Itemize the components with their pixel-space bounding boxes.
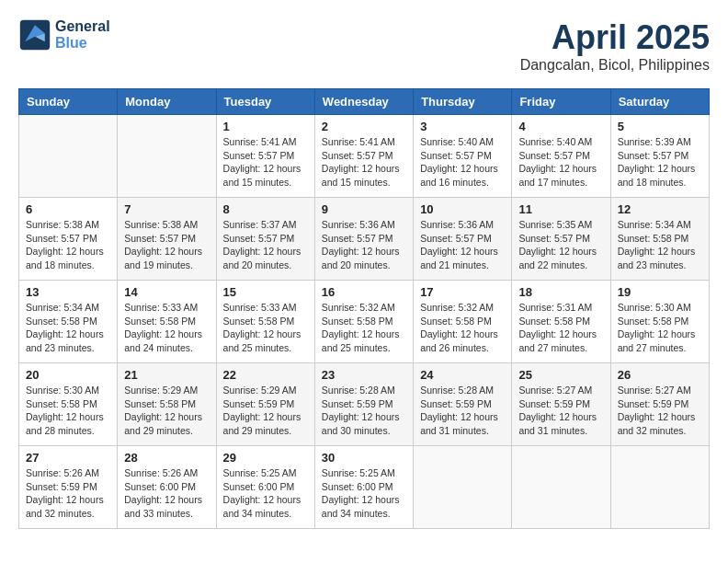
cell-week2-day0: 6Sunrise: 5:38 AM Sunset: 5:57 PM Daylig… (19, 198, 118, 281)
cell-week5-day4 (414, 446, 512, 529)
cell-week1-day4: 3Sunrise: 5:40 AM Sunset: 5:57 PM Daylig… (414, 115, 512, 198)
col-saturday: Saturday (610, 89, 709, 115)
cell-week4-day6: 26Sunrise: 5:27 AM Sunset: 5:59 PM Dayli… (610, 363, 709, 446)
page-header: General Blue April 2025 Dangcalan, Bicol… (18, 18, 710, 74)
cell-week4-day0: 20Sunrise: 5:30 AM Sunset: 5:58 PM Dayli… (19, 363, 118, 446)
cell-week3-day0: 13Sunrise: 5:34 AM Sunset: 5:58 PM Dayli… (19, 281, 118, 363)
cell-week3-day5: 18Sunrise: 5:31 AM Sunset: 5:58 PM Dayli… (512, 281, 610, 363)
day-info: Sunrise: 5:29 AM Sunset: 5:58 PM Dayligh… (124, 384, 209, 438)
day-info: Sunrise: 5:33 AM Sunset: 5:58 PM Dayligh… (223, 301, 308, 355)
day-number: 20 (26, 368, 110, 382)
day-info: Sunrise: 5:33 AM Sunset: 5:58 PM Dayligh… (124, 301, 209, 355)
day-number: 19 (618, 285, 702, 299)
day-info: Sunrise: 5:38 AM Sunset: 5:57 PM Dayligh… (124, 218, 209, 272)
day-number: 7 (124, 202, 209, 216)
col-thursday: Thursday (414, 89, 512, 115)
day-number: 3 (420, 120, 505, 133)
day-info: Sunrise: 5:26 AM Sunset: 6:00 PM Dayligh… (124, 466, 209, 521)
cell-week1-day0 (19, 115, 118, 198)
cell-week5-day5 (512, 446, 610, 529)
cell-week5-day0: 27Sunrise: 5:26 AM Sunset: 5:59 PM Dayli… (19, 446, 118, 529)
page-subtitle: Dangcalan, Bicol, Philippines (520, 57, 710, 74)
cell-week3-day3: 16Sunrise: 5:32 AM Sunset: 5:58 PM Dayli… (314, 281, 413, 363)
cell-week2-day1: 7Sunrise: 5:38 AM Sunset: 5:57 PM Daylig… (118, 198, 216, 281)
col-monday: Monday (118, 89, 216, 115)
logo-icon (18, 18, 51, 52)
week-row-4: 20Sunrise: 5:30 AM Sunset: 5:58 PM Dayli… (19, 363, 710, 446)
cell-week1-day5: 4Sunrise: 5:40 AM Sunset: 5:57 PM Daylig… (512, 115, 610, 198)
day-info: Sunrise: 5:32 AM Sunset: 5:58 PM Dayligh… (420, 301, 505, 355)
cell-week2-day4: 10Sunrise: 5:36 AM Sunset: 5:57 PM Dayli… (414, 198, 512, 281)
cell-week4-day1: 21Sunrise: 5:29 AM Sunset: 5:58 PM Dayli… (118, 363, 216, 446)
day-info: Sunrise: 5:36 AM Sunset: 5:57 PM Dayligh… (420, 218, 505, 272)
title-area: April 2025 Dangcalan, Bicol, Philippines (520, 18, 710, 74)
day-info: Sunrise: 5:26 AM Sunset: 5:59 PM Dayligh… (26, 466, 110, 521)
day-info: Sunrise: 5:37 AM Sunset: 5:57 PM Dayligh… (223, 218, 308, 272)
week-row-1: 1Sunrise: 5:41 AM Sunset: 5:57 PM Daylig… (19, 115, 710, 198)
cell-week2-day2: 8Sunrise: 5:37 AM Sunset: 5:57 PM Daylig… (216, 198, 314, 281)
cell-week3-day4: 17Sunrise: 5:32 AM Sunset: 5:58 PM Dayli… (414, 281, 512, 363)
day-info: Sunrise: 5:35 AM Sunset: 5:57 PM Dayligh… (518, 218, 603, 272)
col-sunday: Sunday (19, 89, 118, 115)
cell-week4-day5: 25Sunrise: 5:27 AM Sunset: 5:59 PM Dayli… (512, 363, 610, 446)
day-info: Sunrise: 5:41 AM Sunset: 5:57 PM Dayligh… (322, 135, 406, 190)
page-title: April 2025 (520, 18, 710, 57)
day-info: Sunrise: 5:30 AM Sunset: 5:58 PM Dayligh… (26, 384, 110, 438)
day-info: Sunrise: 5:25 AM Sunset: 6:00 PM Dayligh… (322, 466, 406, 521)
week-row-3: 13Sunrise: 5:34 AM Sunset: 5:58 PM Dayli… (19, 281, 710, 363)
day-number: 15 (223, 285, 308, 299)
day-number: 5 (618, 120, 702, 133)
day-info: Sunrise: 5:28 AM Sunset: 5:59 PM Dayligh… (322, 384, 406, 438)
day-info: Sunrise: 5:32 AM Sunset: 5:58 PM Dayligh… (322, 301, 406, 355)
day-number: 21 (124, 368, 209, 382)
cell-week5-day3: 30Sunrise: 5:25 AM Sunset: 6:00 PM Dayli… (314, 446, 413, 529)
cell-week4-day2: 22Sunrise: 5:29 AM Sunset: 5:59 PM Dayli… (216, 363, 314, 446)
day-number: 10 (420, 202, 505, 216)
col-wednesday: Wednesday (314, 89, 413, 115)
day-info: Sunrise: 5:31 AM Sunset: 5:58 PM Dayligh… (518, 301, 603, 355)
day-info: Sunrise: 5:40 AM Sunset: 5:57 PM Dayligh… (518, 135, 603, 190)
day-number: 1 (223, 120, 308, 133)
day-number: 25 (518, 368, 603, 382)
calendar-table: Sunday Monday Tuesday Wednesday Thursday… (18, 88, 710, 529)
day-number: 28 (124, 451, 209, 465)
day-number: 9 (322, 202, 406, 216)
day-number: 12 (618, 202, 702, 216)
day-number: 16 (322, 285, 406, 299)
cell-week2-day3: 9Sunrise: 5:36 AM Sunset: 5:57 PM Daylig… (314, 198, 413, 281)
day-number: 17 (420, 285, 505, 299)
cell-week3-day2: 15Sunrise: 5:33 AM Sunset: 5:58 PM Dayli… (216, 281, 314, 363)
cell-week2-day5: 11Sunrise: 5:35 AM Sunset: 5:57 PM Dayli… (512, 198, 610, 281)
logo: General Blue (18, 18, 110, 52)
cell-week3-day6: 19Sunrise: 5:30 AM Sunset: 5:58 PM Dayli… (610, 281, 709, 363)
col-tuesday: Tuesday (216, 89, 314, 115)
day-info: Sunrise: 5:36 AM Sunset: 5:57 PM Dayligh… (322, 218, 406, 272)
day-info: Sunrise: 5:30 AM Sunset: 5:58 PM Dayligh… (618, 301, 702, 355)
day-info: Sunrise: 5:25 AM Sunset: 6:00 PM Dayligh… (223, 466, 308, 521)
cell-week1-day1 (118, 115, 216, 198)
day-number: 13 (26, 285, 110, 299)
day-number: 2 (322, 120, 406, 133)
calendar-header-row: Sunday Monday Tuesday Wednesday Thursday… (19, 89, 710, 115)
day-info: Sunrise: 5:39 AM Sunset: 5:57 PM Dayligh… (618, 135, 702, 190)
cell-week5-day2: 29Sunrise: 5:25 AM Sunset: 6:00 PM Dayli… (216, 446, 314, 529)
day-info: Sunrise: 5:40 AM Sunset: 5:57 PM Dayligh… (420, 135, 505, 190)
day-info: Sunrise: 5:34 AM Sunset: 5:58 PM Dayligh… (618, 218, 702, 272)
cell-week3-day1: 14Sunrise: 5:33 AM Sunset: 5:58 PM Dayli… (118, 281, 216, 363)
day-info: Sunrise: 5:28 AM Sunset: 5:59 PM Dayligh… (420, 384, 505, 438)
day-info: Sunrise: 5:34 AM Sunset: 5:58 PM Dayligh… (26, 301, 110, 355)
day-number: 29 (223, 451, 308, 465)
day-number: 8 (223, 202, 308, 216)
day-number: 30 (322, 451, 406, 465)
cell-week1-day2: 1Sunrise: 5:41 AM Sunset: 5:57 PM Daylig… (216, 115, 314, 198)
day-number: 4 (518, 120, 603, 133)
day-number: 18 (518, 285, 603, 299)
day-number: 11 (518, 202, 603, 216)
cell-week1-day6: 5Sunrise: 5:39 AM Sunset: 5:57 PM Daylig… (610, 115, 709, 198)
cell-week2-day6: 12Sunrise: 5:34 AM Sunset: 5:58 PM Dayli… (610, 198, 709, 281)
day-info: Sunrise: 5:29 AM Sunset: 5:59 PM Dayligh… (223, 384, 308, 438)
cell-week5-day1: 28Sunrise: 5:26 AM Sunset: 6:00 PM Dayli… (118, 446, 216, 529)
day-number: 14 (124, 285, 209, 299)
day-number: 23 (322, 368, 406, 382)
day-info: Sunrise: 5:41 AM Sunset: 5:57 PM Dayligh… (223, 135, 308, 190)
